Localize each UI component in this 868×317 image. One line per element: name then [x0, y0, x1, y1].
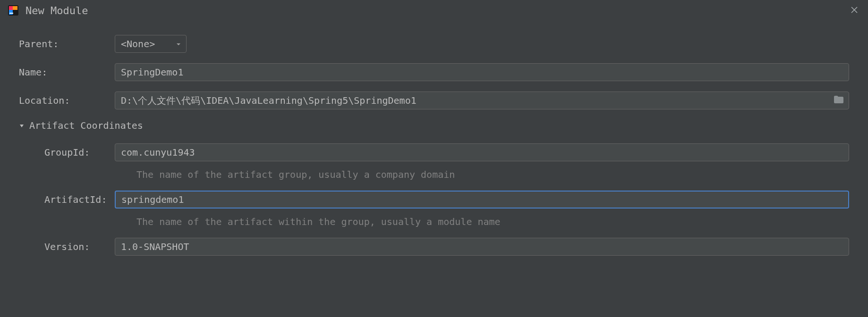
artifactid-label: ArtifactId:: [19, 194, 115, 205]
dialog-content: Parent: <None> Name: Location:: [0, 21, 868, 256]
groupid-hint: The name of the artifact group, usually …: [115, 169, 849, 180]
version-label: Version:: [19, 241, 115, 252]
groupid-input-field[interactable]: [121, 147, 843, 158]
artifactid-hint: The name of the artifact within the grou…: [115, 216, 849, 227]
version-input[interactable]: [115, 238, 849, 256]
close-icon[interactable]: [848, 4, 860, 16]
expand-triangle-icon: [19, 120, 25, 131]
version-input-field[interactable]: [121, 241, 843, 252]
location-input-field[interactable]: [121, 95, 843, 106]
svg-rect-1: [9, 13, 13, 14]
parent-select-value: <None>: [121, 38, 155, 50]
name-input-field[interactable]: [121, 67, 843, 78]
artifactid-input-field[interactable]: [121, 194, 842, 205]
window-title: New Module: [26, 5, 88, 17]
titlebar: New Module: [0, 0, 868, 21]
parent-select[interactable]: <None>: [115, 35, 187, 53]
browse-folder-icon[interactable]: [834, 95, 844, 106]
location-label: Location:: [19, 95, 115, 106]
artifact-coordinates-toggle[interactable]: Artifact Coordinates: [19, 120, 849, 131]
intellij-icon: [8, 5, 19, 16]
groupid-input[interactable]: [115, 143, 849, 161]
chevron-down-icon: [176, 38, 181, 50]
parent-label: Parent:: [19, 38, 115, 50]
name-label: Name:: [19, 67, 115, 78]
artifact-coordinates-label: Artifact Coordinates: [29, 120, 143, 131]
location-input[interactable]: [115, 92, 849, 109]
groupid-label: GroupId:: [19, 147, 115, 158]
name-input[interactable]: [115, 63, 849, 81]
artifactid-input[interactable]: [115, 191, 849, 209]
